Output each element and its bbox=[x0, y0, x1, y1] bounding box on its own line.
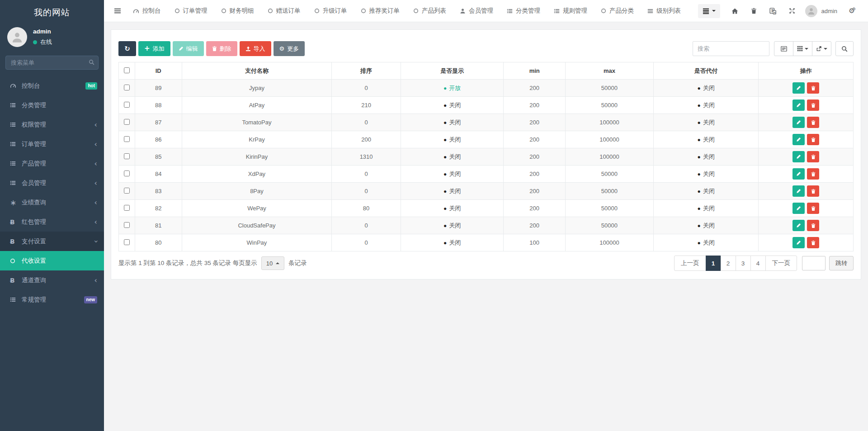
sidebar-item-collection-settings[interactable]: 代收设置 bbox=[0, 251, 104, 270]
sidebar-item-product[interactable]: 产品管理‹ bbox=[0, 154, 104, 173]
row-checkbox[interactable] bbox=[124, 85, 130, 90]
search-button[interactable] bbox=[835, 41, 854, 56]
tab-product-list[interactable]: 产品列表 bbox=[406, 0, 453, 22]
tab-label: 推荐奖订单 bbox=[369, 7, 400, 15]
delete-button[interactable]: 删除 bbox=[206, 41, 237, 56]
sidebar-item-category[interactable]: 分类管理 bbox=[0, 95, 104, 115]
column-header[interactable]: min bbox=[504, 62, 565, 80]
page-button-2[interactable]: 2 bbox=[721, 256, 736, 271]
refresh-button[interactable]: ↻ bbox=[118, 41, 136, 56]
row-checkbox[interactable] bbox=[124, 171, 130, 176]
row-checkbox[interactable] bbox=[124, 153, 130, 159]
delete-row-button[interactable] bbox=[807, 203, 819, 214]
tab-category-manage[interactable]: 分类管理 bbox=[500, 0, 547, 22]
table-search-input[interactable] bbox=[693, 41, 769, 56]
page-button-4[interactable]: 4 bbox=[750, 256, 766, 271]
sidebar-item-performance[interactable]: ∗业绩查询‹ bbox=[0, 193, 104, 212]
avatar[interactable] bbox=[805, 5, 817, 17]
fullscreen-expand-icon[interactable] bbox=[783, 8, 802, 14]
row-checkbox[interactable] bbox=[124, 102, 130, 108]
row-checkbox[interactable] bbox=[124, 136, 130, 142]
delete-row-button[interactable] bbox=[807, 117, 819, 128]
edit-row-button[interactable] bbox=[793, 82, 805, 94]
column-header[interactable]: ID bbox=[135, 62, 182, 80]
menu-search-input[interactable] bbox=[5, 56, 99, 70]
sidebar-item-payment-settings[interactable]: Ƀ支付设置‹ bbox=[0, 232, 104, 251]
avatar[interactable] bbox=[7, 27, 27, 47]
tab-dashboard[interactable]: 控制台 bbox=[126, 0, 168, 22]
toggle-view-button[interactable] bbox=[774, 41, 793, 56]
tab-finance-detail[interactable]: 财务明细 bbox=[214, 0, 261, 22]
cell-id: 84 bbox=[135, 166, 182, 183]
sidebar-item-member[interactable]: 会员管理‹ bbox=[0, 173, 104, 193]
edit-button[interactable]: 编辑 bbox=[173, 41, 204, 56]
delete-row-button[interactable] bbox=[807, 134, 819, 145]
tab-member-manage[interactable]: 会员管理 bbox=[453, 0, 500, 22]
edit-row-button[interactable] bbox=[793, 134, 805, 145]
columns-button[interactable] bbox=[793, 41, 812, 56]
delete-row-button[interactable] bbox=[807, 151, 819, 162]
sidebar-item-dashboard[interactable]: 控制台hot bbox=[0, 76, 104, 95]
delete-row-button[interactable] bbox=[807, 99, 819, 111]
column-header[interactable]: 是否代付 bbox=[653, 62, 758, 80]
import-button[interactable]: 导入 bbox=[240, 41, 271, 56]
settings-gears-icon[interactable]: ⚙⚙ bbox=[843, 7, 862, 15]
sidebar-item-order[interactable]: 订单管理‹ bbox=[0, 134, 104, 154]
display-status: ●关闭 bbox=[443, 101, 461, 109]
add-button[interactable]: +添加 bbox=[138, 41, 170, 56]
page-size-dropdown[interactable]: 10 bbox=[261, 256, 284, 270]
row-checkbox[interactable] bbox=[124, 205, 130, 211]
sidebar-item-label: 支付设置 bbox=[22, 237, 46, 246]
column-header[interactable]: 是否显示 bbox=[401, 62, 504, 80]
delete-row-button[interactable] bbox=[807, 82, 819, 94]
tab-gift-order[interactable]: 赠送订单 bbox=[261, 0, 307, 22]
tab-order-manage[interactable]: 订单管理 bbox=[168, 0, 214, 22]
more-button[interactable]: ⚙更多 bbox=[274, 41, 305, 56]
sidebar-item-general[interactable]: 常规管理new bbox=[0, 290, 104, 309]
tab-referral-order[interactable]: 推荐奖订单 bbox=[354, 0, 407, 22]
edit-row-button[interactable] bbox=[793, 168, 805, 180]
edit-row-button[interactable] bbox=[793, 237, 805, 248]
column-header[interactable]: max bbox=[565, 62, 653, 80]
delete-row-button[interactable] bbox=[807, 168, 819, 180]
edit-row-button[interactable] bbox=[793, 185, 805, 197]
navbar-user-name[interactable]: admin bbox=[821, 8, 837, 14]
edit-row-button[interactable] bbox=[793, 203, 805, 214]
row-checkbox[interactable] bbox=[124, 119, 130, 125]
delete-row-button[interactable] bbox=[807, 220, 819, 231]
tab-rule-manage[interactable]: 规则管理 bbox=[547, 0, 594, 22]
page-button-3[interactable]: 3 bbox=[736, 256, 751, 271]
column-header[interactable]: 排序 bbox=[332, 62, 401, 80]
prev-page-button[interactable]: 上一页 bbox=[674, 256, 706, 271]
edit-row-button[interactable] bbox=[793, 99, 805, 111]
column-header[interactable]: 支付名称 bbox=[182, 62, 332, 80]
translate-icon[interactable]: 文A bbox=[764, 8, 783, 14]
user-icon bbox=[11, 31, 23, 43]
sidebar-item-permission[interactable]: 权限管理‹ bbox=[0, 115, 104, 134]
next-page-button[interactable]: 下一页 bbox=[765, 256, 797, 271]
edit-row-button[interactable] bbox=[793, 151, 805, 162]
select-all-checkbox[interactable] bbox=[124, 67, 130, 73]
menu-list-dropdown[interactable] bbox=[698, 4, 720, 18]
tab-upgrade-order[interactable]: 升级订单 bbox=[307, 0, 354, 22]
sidebar-item-redpacket[interactable]: Ƀ红包管理‹ bbox=[0, 212, 104, 232]
hamburger-icon[interactable] bbox=[104, 7, 126, 14]
delete-row-button[interactable] bbox=[807, 185, 819, 197]
trash-icon[interactable] bbox=[745, 8, 764, 14]
page-button-1[interactable]: 1 bbox=[706, 256, 721, 271]
delete-row-button[interactable] bbox=[807, 237, 819, 248]
tab-level-list[interactable]: 级别列表 bbox=[641, 0, 688, 22]
row-checkbox[interactable] bbox=[124, 239, 130, 245]
export-button[interactable] bbox=[812, 41, 831, 56]
edit-row-button[interactable] bbox=[793, 117, 805, 128]
row-checkbox[interactable] bbox=[124, 222, 130, 228]
column-header[interactable]: 操作 bbox=[759, 62, 854, 80]
jump-page-input[interactable] bbox=[802, 256, 826, 270]
cell-id: 89 bbox=[135, 80, 182, 97]
tab-product-category[interactable]: 产品分类 bbox=[594, 0, 641, 22]
row-checkbox[interactable] bbox=[124, 188, 130, 194]
edit-row-button[interactable] bbox=[793, 220, 805, 231]
home-icon[interactable] bbox=[726, 8, 745, 14]
sidebar-item-channel-query[interactable]: Ƀ通道查询‹ bbox=[0, 270, 104, 290]
jump-button[interactable]: 跳转 bbox=[829, 256, 854, 270]
